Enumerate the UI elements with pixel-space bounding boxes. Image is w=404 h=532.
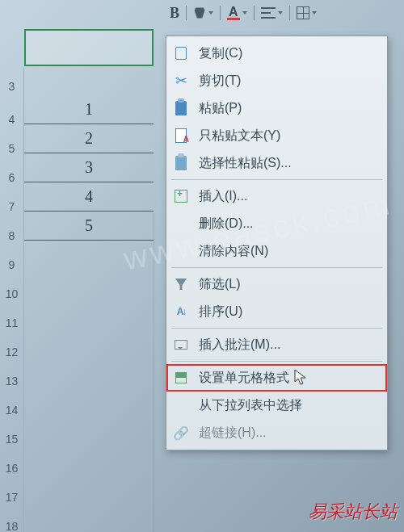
menu-label: 插入批注(M)...	[199, 337, 280, 354]
row-header[interactable]: 5	[0, 134, 24, 163]
row-header[interactable]: 13	[0, 367, 24, 396]
row-header[interactable]: 11	[0, 308, 24, 337]
copy-icon	[171, 44, 191, 63]
gridlines	[24, 68, 166, 532]
borders-icon	[297, 6, 309, 19]
menu-divider	[171, 179, 382, 180]
row-header[interactable]: 15	[0, 425, 24, 454]
bold-icon: B	[170, 5, 179, 22]
menu-divider	[171, 267, 382, 268]
separator	[220, 6, 221, 20]
menu-cut[interactable]: ✂ 剪切(T)	[166, 67, 387, 94]
cut-icon: ✂	[171, 71, 191, 90]
row-header[interactable]: 3	[0, 68, 24, 105]
menu-label: 剪切(T)	[199, 73, 241, 90]
borders-button[interactable]	[293, 5, 320, 21]
bold-button[interactable]: B	[166, 3, 183, 23]
menu-label: 复制(C)	[199, 45, 242, 62]
align-icon	[261, 7, 276, 19]
menu-divider	[171, 328, 382, 329]
menu-label: 只粘贴文本(Y)	[199, 128, 280, 145]
menu-label: 设置单元格格式	[199, 370, 289, 387]
menu-label: 排序(U)	[199, 304, 242, 320]
menu-filter[interactable]: 筛选(L)	[166, 270, 387, 298]
align-button[interactable]	[258, 6, 286, 20]
chevron-down-icon	[312, 11, 317, 15]
menu-clear[interactable]: 清除内容(N)	[166, 237, 387, 265]
menu-label: 清除内容(N)	[199, 243, 268, 260]
menu-label: 选择性粘贴(S)...	[199, 155, 292, 172]
separator	[186, 6, 187, 20]
menu-from-dropdown[interactable]: 从下拉列表中选择	[166, 392, 387, 419]
watermark-text: 易采站长站	[309, 500, 398, 524]
formatting-toolbar: B A	[162, 0, 404, 26]
row-header[interactable]: 9	[0, 250, 24, 279]
menu-format-cells[interactable]: 设置单元格格式	[166, 364, 387, 392]
row-header[interactable]: 8	[0, 221, 24, 250]
font-color-button[interactable]: A	[224, 5, 250, 22]
paste-special-icon	[171, 153, 191, 173]
clear-icon	[171, 241, 191, 261]
selected-cell[interactable]	[24, 29, 154, 66]
row-headers: 3 4 5 6 7 8 9 10 11 12 13 14 15 16 17 18	[0, 68, 24, 532]
row-header[interactable]: 7	[0, 192, 24, 221]
chevron-down-icon	[208, 11, 213, 15]
context-menu: 复制(C) ✂ 剪切(T) 粘贴(P) 只粘贴文本(Y) 选择性粘贴(S)...…	[166, 36, 388, 450]
font-color-icon: A	[227, 6, 240, 20]
menu-label: 从下拉列表中选择	[199, 397, 302, 414]
menu-label: 删除(D)...	[199, 216, 254, 232]
row-header[interactable]: 14	[0, 396, 24, 425]
sort-icon: A↓	[171, 302, 191, 321]
menu-hyperlink[interactable]: 🔗 超链接(H)...	[166, 419, 387, 446]
chevron-down-icon	[278, 11, 283, 15]
paste-text-icon	[171, 126, 191, 145]
menu-label: 粘贴(P)	[199, 100, 242, 117]
dropdown-icon	[171, 396, 191, 415]
bucket-icon	[193, 6, 206, 19]
menu-paste-text[interactable]: 只粘贴文本(Y)	[166, 122, 387, 149]
cursor-icon	[294, 369, 307, 387]
menu-insert[interactable]: 插入(I)...	[166, 182, 387, 210]
row-header[interactable]: 16	[0, 454, 24, 483]
filter-icon	[171, 274, 191, 294]
menu-copy[interactable]: 复制(C)	[166, 40, 387, 67]
menu-label: 筛选(L)	[199, 276, 241, 293]
row-header[interactable]: 4	[0, 105, 24, 134]
delete-icon	[171, 214, 191, 233]
menu-delete[interactable]: 删除(D)...	[166, 210, 387, 237]
row-header[interactable]: 12	[0, 337, 24, 367]
format-icon	[171, 368, 191, 387]
menu-insert-comment[interactable]: 插入批注(M)...	[166, 331, 387, 358]
menu-paste-special[interactable]: 选择性粘贴(S)...	[166, 149, 387, 177]
menu-divider	[171, 361, 382, 362]
menu-label: 插入(I)...	[199, 188, 247, 205]
chevron-down-icon	[242, 11, 247, 15]
separator	[289, 6, 290, 20]
menu-paste[interactable]: 粘贴(P)	[166, 94, 387, 122]
paste-icon	[171, 98, 191, 118]
row-header[interactable]: 17	[0, 483, 24, 512]
row-header[interactable]: 6	[0, 163, 24, 192]
menu-label: 超链接(H)...	[199, 425, 267, 442]
separator	[254, 6, 255, 20]
comment-icon	[171, 335, 191, 354]
insert-icon	[171, 186, 191, 206]
link-icon: 🔗	[171, 423, 191, 442]
row-header[interactable]: 18	[0, 512, 24, 532]
fill-color-button[interactable]	[190, 5, 217, 21]
menu-sort[interactable]: A↓ 排序(U)	[166, 298, 387, 325]
row-header[interactable]: 10	[0, 279, 24, 308]
